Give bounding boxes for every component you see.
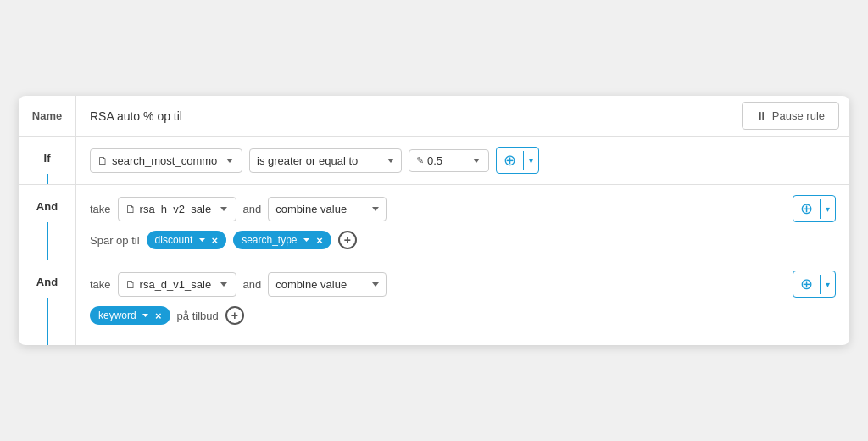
if-field-wrapper: 🗋 search_most_commo bbox=[90, 148, 242, 173]
and2-and-label: and bbox=[243, 278, 262, 291]
and1-and-label: and bbox=[243, 203, 262, 215]
and2-add-button[interactable]: ⊕ ▾ bbox=[793, 271, 836, 298]
if-section: If 🗋 search_most_commo is greater or equ… bbox=[19, 137, 849, 185]
header-row: Name ⏸ Pause rule bbox=[19, 96, 849, 137]
and1-add-button[interactable]: ⊕ ▾ bbox=[793, 195, 836, 222]
and2-section: And take 🗋 rsa_d_v1_sale and combine val… bbox=[19, 260, 849, 345]
chip-keyword-close-button[interactable]: × bbox=[153, 310, 164, 321]
spar-label: Spar op til bbox=[90, 234, 140, 247]
and1-add-chevron-icon[interactable]: ▾ bbox=[820, 199, 835, 219]
pause-rule-label: Pause rule bbox=[772, 109, 825, 122]
if-value-select[interactable] bbox=[465, 154, 481, 167]
if-condition-select[interactable]: is greater or equal to is less than equa… bbox=[249, 148, 402, 173]
vertical-line-if bbox=[47, 174, 48, 184]
and1-label-col: And bbox=[19, 185, 76, 260]
and2-take-label: take bbox=[90, 278, 111, 291]
if-label: If bbox=[44, 152, 51, 165]
and2-add-plus-icon[interactable]: ⊕ bbox=[793, 271, 820, 297]
vertical-line-and2 bbox=[47, 298, 48, 345]
rule-name-input[interactable] bbox=[76, 99, 742, 133]
and2-label: And bbox=[36, 276, 58, 288]
and2-row-controls: take 🗋 rsa_d_v1_sale and combine value r… bbox=[90, 271, 836, 298]
chip-discount: discount × bbox=[147, 231, 227, 249]
and1-section: And take 🗋 rsa_h_v2_sale and combine val… bbox=[19, 185, 849, 260]
and1-label: And bbox=[36, 200, 58, 213]
and1-chips-add-button[interactable]: + bbox=[338, 231, 357, 249]
chip-discount-select[interactable]: discount bbox=[155, 234, 207, 246]
and2-chips-row: keyword × på tilbud + bbox=[90, 306, 836, 335]
if-add-plus-icon[interactable]: ⊕ bbox=[497, 148, 523, 173]
pause-icon: ⏸ bbox=[756, 109, 767, 122]
edit-icon: ✎ bbox=[416, 155, 424, 166]
if-add-chevron-icon[interactable]: ▾ bbox=[523, 151, 538, 170]
and1-action-select[interactable]: combine value replace value append value bbox=[268, 197, 387, 221]
if-add-button[interactable]: ⊕ ▾ bbox=[496, 147, 539, 174]
and2-action-select[interactable]: combine value replace value append value bbox=[268, 272, 387, 297]
if-value-input[interactable] bbox=[427, 154, 461, 167]
name-label: Name bbox=[19, 96, 76, 136]
and2-field-wrapper: 🗋 rsa_d_v1_sale bbox=[118, 272, 236, 297]
rule-card: Name ⏸ Pause rule If 🗋 search_most_commo bbox=[19, 96, 849, 345]
if-field-doc-icon: 🗋 bbox=[97, 154, 108, 167]
and2-section-content: take 🗋 rsa_d_v1_sale and combine value r… bbox=[76, 260, 849, 345]
if-value-field: ✎ bbox=[409, 149, 489, 172]
vertical-line-and1 bbox=[47, 222, 48, 260]
and2-label-col: And bbox=[19, 260, 76, 345]
pause-rule-button[interactable]: ⏸ Pause rule bbox=[742, 102, 839, 130]
and1-chips-row: Spar op til discount × search_type × + bbox=[90, 231, 836, 249]
chip-search-type-close-button[interactable]: × bbox=[314, 235, 325, 246]
if-label-col: If bbox=[19, 137, 76, 184]
and1-add-plus-icon[interactable]: ⊕ bbox=[793, 196, 820, 221]
if-row-controls: 🗋 search_most_commo is greater or equal … bbox=[90, 147, 836, 174]
chip-discount-close-button[interactable]: × bbox=[210, 235, 220, 246]
and2-field-select[interactable]: rsa_d_v1_sale bbox=[140, 278, 229, 291]
and2-add-chevron-icon[interactable]: ▾ bbox=[820, 275, 835, 294]
if-section-content: 🗋 search_most_commo is greater or equal … bbox=[76, 137, 849, 184]
chip-search-type: search_type × bbox=[233, 231, 331, 249]
and1-field-select[interactable]: rsa_h_v2_sale bbox=[140, 203, 229, 215]
and2-field-doc-icon: 🗋 bbox=[125, 278, 136, 291]
and2-suffix-text: på tilbud bbox=[177, 310, 219, 322]
chip-search-type-select[interactable]: search_type bbox=[242, 234, 311, 246]
if-field-select[interactable]: search_most_commo bbox=[112, 154, 235, 167]
and1-field-wrapper: 🗋 rsa_h_v2_sale bbox=[118, 197, 236, 221]
and1-section-content: take 🗋 rsa_h_v2_sale and combine value r… bbox=[76, 185, 849, 260]
and1-take-label: take bbox=[90, 203, 111, 215]
and1-row-controls: take 🗋 rsa_h_v2_sale and combine value r… bbox=[90, 195, 836, 222]
and1-field-doc-icon: 🗋 bbox=[125, 203, 136, 215]
chip-keyword: keyword × bbox=[90, 306, 170, 325]
chip-keyword-select[interactable]: keyword bbox=[98, 310, 150, 321]
and2-chips-add-button[interactable]: + bbox=[225, 306, 244, 325]
